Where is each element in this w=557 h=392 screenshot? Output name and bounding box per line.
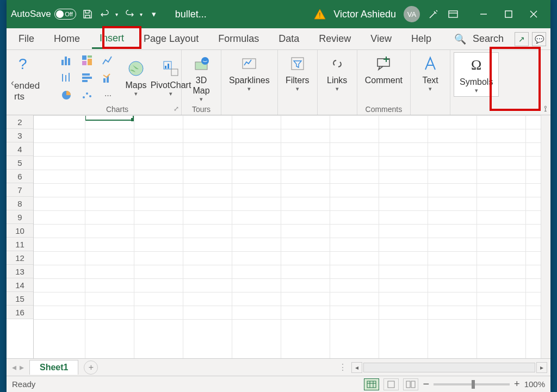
zoom-slider[interactable] xyxy=(434,383,510,385)
close-button[interactable] xyxy=(521,0,546,28)
maps-button[interactable]: Maps ▾ xyxy=(120,52,152,103)
filters-button[interactable]: Filters ▾ xyxy=(281,52,314,94)
scroll-left-button[interactable]: ◂ xyxy=(351,362,362,373)
page-layout-view-button[interactable] xyxy=(383,378,399,390)
svg-rect-32 xyxy=(411,381,415,388)
tab-file[interactable]: File xyxy=(11,30,42,48)
sheet-tab-1[interactable]: Sheet1 xyxy=(29,360,78,375)
warning-icon[interactable]: ! xyxy=(314,8,326,20)
comment-button[interactable]: Comment xyxy=(361,52,407,86)
row-header[interactable]: 12 xyxy=(7,251,33,265)
svg-rect-12 xyxy=(82,80,88,82)
undo-icon[interactable] xyxy=(99,8,111,20)
redo-icon[interactable] xyxy=(123,8,135,20)
row-header[interactable]: 3 xyxy=(7,129,33,142)
autosave-switch[interactable]: Off xyxy=(54,9,76,20)
group-comments: Comment Comments xyxy=(357,50,411,115)
row-header[interactable]: 7 xyxy=(7,183,33,197)
avatar[interactable]: VA xyxy=(404,6,420,22)
dialog-launcher-icon[interactable]: ⤢ xyxy=(174,105,179,113)
scatter-chart-icon[interactable] xyxy=(77,87,97,103)
stock-chart-icon[interactable] xyxy=(57,70,76,86)
sheet-more-icon[interactable]: ⋮ xyxy=(338,362,347,372)
row-header[interactable]: 6 xyxy=(7,170,33,183)
row-header[interactable]: 14 xyxy=(7,278,33,292)
group-sparklines: Sparklines ▾ xyxy=(221,50,278,115)
zoom-level[interactable]: 100% xyxy=(524,379,545,389)
normal-view-button[interactable] xyxy=(364,378,379,390)
group-text: Text ▾ xyxy=(411,50,450,115)
tab-data[interactable]: Data xyxy=(271,30,307,48)
worksheet-grid[interactable]: 2345678910111213141516 xyxy=(7,115,550,358)
chevron-down-icon: ▾ xyxy=(247,85,251,92)
row-header[interactable]: 4 xyxy=(7,142,33,156)
selected-cell[interactable] xyxy=(85,115,134,121)
tab-help[interactable]: Help xyxy=(404,30,439,48)
combo-chart-icon[interactable] xyxy=(98,70,117,86)
tab-view[interactable]: View xyxy=(363,30,399,48)
comment-label: Comment xyxy=(365,75,403,85)
hierarchy-chart-icon[interactable] xyxy=(77,52,97,69)
row-header[interactable]: 10 xyxy=(7,224,33,238)
links-button[interactable]: Links ▾ xyxy=(321,52,354,94)
zoom-in-button[interactable]: + xyxy=(514,378,520,390)
symbols-label: Symbols xyxy=(460,77,493,87)
cells-area[interactable] xyxy=(34,115,541,358)
search-icon[interactable]: 🔍 xyxy=(454,33,466,45)
chevron-down-icon: ▾ xyxy=(296,85,299,92)
svg-rect-26 xyxy=(243,59,256,69)
chevron-down-icon: ▾ xyxy=(169,90,172,97)
tab-review[interactable]: Review xyxy=(311,30,358,48)
minimize-button[interactable] xyxy=(471,0,496,28)
more-charts-icon[interactable]: ⋯ xyxy=(98,87,117,103)
row-header[interactable]: 5 xyxy=(7,156,33,170)
tab-home[interactable]: Home xyxy=(46,30,88,48)
3d-map-button[interactable]: 3D Map ▾ xyxy=(185,52,218,104)
row-header[interactable]: 8 xyxy=(7,197,33,210)
autosave-toggle[interactable]: AutoSave Off xyxy=(11,9,76,20)
row-header[interactable]: 2 xyxy=(7,115,33,129)
bar-chart-icon[interactable] xyxy=(77,70,97,86)
column-chart-icon[interactable] xyxy=(57,52,76,69)
tab-insert[interactable]: Insert xyxy=(92,29,132,49)
line-chart-icon[interactable] xyxy=(98,52,117,69)
qat-customize-icon[interactable]: ▾ xyxy=(148,8,160,20)
text-button[interactable]: Text ▾ xyxy=(414,52,447,94)
row-header[interactable]: 13 xyxy=(7,265,33,278)
omega-icon: Ω xyxy=(471,55,481,76)
beautify-icon[interactable] xyxy=(428,8,440,20)
save-icon[interactable] xyxy=(82,8,94,20)
row-header[interactable]: 9 xyxy=(7,210,33,224)
row-header[interactable]: 16 xyxy=(7,306,33,319)
maps-label: Maps xyxy=(125,80,146,90)
vertical-scrollbar[interactable] xyxy=(541,115,550,358)
row-header[interactable]: 15 xyxy=(7,292,33,306)
ribbon-display-icon[interactable] xyxy=(447,8,459,20)
redo-dropdown[interactable]: ▾ xyxy=(140,11,143,17)
maximize-button[interactable] xyxy=(496,0,521,28)
zoom-out-button[interactable]: − xyxy=(423,378,429,390)
svg-point-18 xyxy=(89,95,91,97)
pie-chart-icon[interactable] xyxy=(57,87,76,103)
scroll-right-button[interactable]: ▸ xyxy=(536,362,547,373)
share-button[interactable]: ↗ xyxy=(515,32,529,46)
horizontal-scrollbar[interactable]: ◂ ▸ xyxy=(351,362,547,373)
pin-ribbon-icon[interactable]: ⟟ xyxy=(544,104,547,114)
page-break-view-button[interactable] xyxy=(403,378,418,390)
svg-rect-6 xyxy=(82,55,86,60)
sheet-nav[interactable]: ◂▸ xyxy=(7,362,29,372)
comments-pane-button[interactable]: 💬 xyxy=(532,32,546,46)
row-header[interactable]: 11 xyxy=(7,238,33,251)
tab-page-layout[interactable]: Page Layout xyxy=(136,30,206,48)
svg-rect-30 xyxy=(388,381,394,388)
username-label: Victor Ashiedu xyxy=(333,9,396,20)
undo-dropdown[interactable]: ▾ xyxy=(115,11,118,17)
symbols-button[interactable]: Ω Symbols ▾ xyxy=(454,52,499,97)
scroll-track[interactable] xyxy=(363,363,535,372)
search-label[interactable]: Search xyxy=(473,33,504,45)
sparklines-button[interactable]: Sparklines ▾ xyxy=(225,52,274,94)
3d-map-label: 3D Map xyxy=(193,75,209,96)
chart-gallery[interactable]: ⋯ xyxy=(57,52,117,103)
tab-formulas[interactable]: Formulas xyxy=(211,30,267,48)
add-sheet-button[interactable]: + xyxy=(84,360,98,375)
